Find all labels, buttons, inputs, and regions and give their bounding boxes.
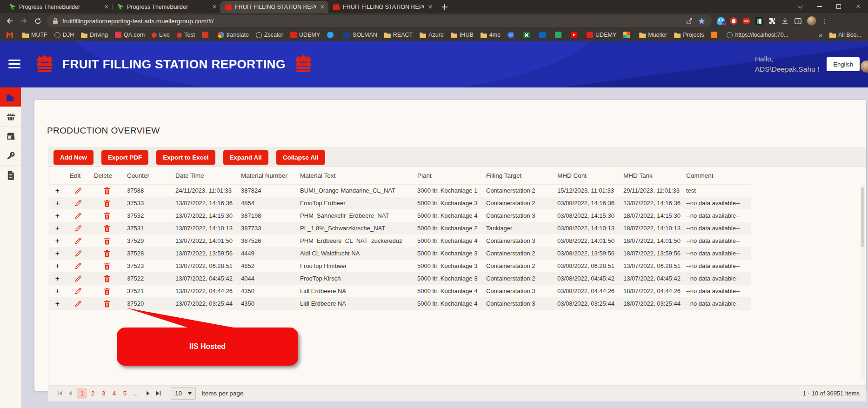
page-button[interactable]: 3 <box>99 388 108 399</box>
first-page-icon[interactable] <box>54 388 65 399</box>
col-filling-target[interactable]: Filling Target <box>482 167 554 184</box>
edit-button[interactable] <box>74 300 82 308</box>
sidebar-item-key[interactable] <box>0 146 21 166</box>
tab-search-chevron-icon[interactable] <box>790 0 809 13</box>
sidebar-item-report[interactable] <box>0 166 21 185</box>
extension-adblock-icon[interactable] <box>730 17 737 25</box>
tab-close-icon[interactable] <box>427 4 434 10</box>
bookmark-item[interactable]: Test <box>177 32 195 38</box>
last-page-icon[interactable] <box>153 388 163 399</box>
edit-button[interactable] <box>74 275 82 282</box>
col-mhd-tank[interactable]: MHD Tank <box>620 167 682 184</box>
side-panel-icon[interactable] <box>794 17 802 25</box>
delete-button[interactable] <box>104 225 110 232</box>
col-delete[interactable]: Delete <box>90 167 123 184</box>
bookmark-item[interactable] <box>539 32 548 38</box>
toolbar-button[interactable]: Export to Excel <box>156 150 215 165</box>
bookmark-item[interactable]: Driving <box>81 32 108 38</box>
expand-row-button[interactable]: + <box>55 300 60 308</box>
share-icon[interactable] <box>685 17 693 25</box>
bookmark-item[interactable]: All Boo... <box>829 32 861 38</box>
tab-close-icon[interactable] <box>103 4 110 10</box>
bookmark-item[interactable]: REACT <box>384 32 413 38</box>
expand-row-button[interactable]: + <box>55 237 60 245</box>
sidebar-item-store[interactable] <box>0 127 21 146</box>
bookmark-item[interactable]: MUTF <box>22 32 47 38</box>
expand-row-button[interactable]: + <box>55 262 60 270</box>
language-selector[interactable]: English <box>827 57 860 71</box>
edit-button[interactable] <box>74 262 82 270</box>
col-edit[interactable]: Edit <box>66 167 90 184</box>
minimize-button[interactable] <box>809 0 829 13</box>
tab-close-icon[interactable] <box>211 4 218 10</box>
bookmark-item[interactable] <box>711 32 720 38</box>
delete-button[interactable] <box>104 300 110 308</box>
bookmark-item[interactable]: Mueller <box>639 32 667 38</box>
address-bar[interactable]: fruitfillingstationreporting-test.ads.mu… <box>47 15 712 27</box>
toolbar-button[interactable]: Add New <box>53 150 93 165</box>
new-tab-button[interactable] <box>439 1 450 13</box>
delete-button[interactable] <box>104 187 110 194</box>
page-size-dropdown[interactable]: 10 <box>171 387 196 400</box>
browser-tab[interactable]: Progress ThemeBuilder <box>5 1 113 13</box>
expand-row-button[interactable]: + <box>55 199 60 207</box>
edit-button[interactable] <box>74 200 82 207</box>
bookmark-item[interactable]: SOLMAN <box>343 32 377 38</box>
edit-button[interactable] <box>74 212 82 220</box>
toolbar-button[interactable]: Export PDF <box>101 150 149 165</box>
bookmark-item[interactable]: https://localhost:70... <box>727 32 788 38</box>
expand-row-button[interactable]: + <box>55 212 60 220</box>
bookmark-item[interactable] <box>571 32 580 38</box>
bookmark-item[interactable]: IHUB <box>451 32 474 38</box>
page-button[interactable]: 2 <box>88 388 98 399</box>
delete-button[interactable] <box>104 212 110 220</box>
col-date-time[interactable]: Date Time <box>172 167 237 184</box>
edit-button[interactable] <box>74 187 82 194</box>
maximize-button[interactable] <box>829 0 848 13</box>
grid-scrollbar-thumb[interactable] <box>861 187 864 247</box>
page-button[interactable]: 4 <box>109 388 119 399</box>
expand-row-button[interactable]: + <box>55 274 60 282</box>
col-mhd-cont[interactable]: MHD Cont <box>554 167 620 184</box>
bookmark-item[interactable]: DJH <box>54 32 74 38</box>
delete-button[interactable] <box>104 288 110 295</box>
delete-button[interactable] <box>104 200 110 207</box>
bookmark-item[interactable]: Zscaler <box>256 32 283 38</box>
col-plant[interactable]: Plant <box>414 167 482 184</box>
previous-page-icon[interactable] <box>65 388 75 399</box>
page-button[interactable]: 1 <box>77 388 87 399</box>
close-button[interactable] <box>848 0 868 13</box>
bookmark-item[interactable]: UDEMY <box>290 32 320 38</box>
page-button[interactable]: ... <box>131 388 140 399</box>
browser-tab[interactable]: FRUIT FILLING STATION REPORT <box>328 1 436 13</box>
bookmark-item[interactable] <box>623 32 632 38</box>
edit-button[interactable] <box>74 288 82 295</box>
tab-close-icon[interactable] <box>319 4 326 10</box>
extensions-puzzle-icon[interactable] <box>768 17 776 25</box>
bookmark-item[interactable] <box>507 32 516 38</box>
bookmark-item[interactable] <box>555 32 564 38</box>
downloads-icon[interactable] <box>781 17 789 25</box>
bookmark-item[interactable]: translate <box>218 32 249 38</box>
bookmark-item[interactable]: 4me <box>481 32 501 38</box>
bookmark-item[interactable]: QA.com <box>115 32 145 38</box>
extension-book-icon[interactable] <box>755 17 763 25</box>
bookmark-item[interactable] <box>327 32 336 38</box>
col-material-text[interactable]: Material Text <box>296 167 414 184</box>
bookmark-item[interactable]: Live <box>152 32 170 38</box>
bookmark-item[interactable] <box>523 32 532 38</box>
forward-icon[interactable] <box>19 16 29 26</box>
bookmark-item[interactable]: Azure <box>420 32 444 38</box>
expand-row-button[interactable]: + <box>55 224 60 232</box>
col-counter[interactable]: Counter <box>123 167 172 184</box>
edit-button[interactable] <box>74 225 82 232</box>
bookmark-item[interactable]: Projects <box>674 32 704 38</box>
page-button[interactable]: 5 <box>120 388 130 399</box>
edit-button[interactable] <box>74 250 82 257</box>
sidebar-item-basket[interactable] <box>0 107 21 127</box>
sidebar-item-factory[interactable] <box>0 87 21 107</box>
delete-button[interactable] <box>104 262 110 270</box>
extension-co-icon[interactable]: co <box>742 18 750 24</box>
delete-button[interactable] <box>104 237 110 245</box>
toolbar-button[interactable]: Collapse All <box>276 150 325 165</box>
